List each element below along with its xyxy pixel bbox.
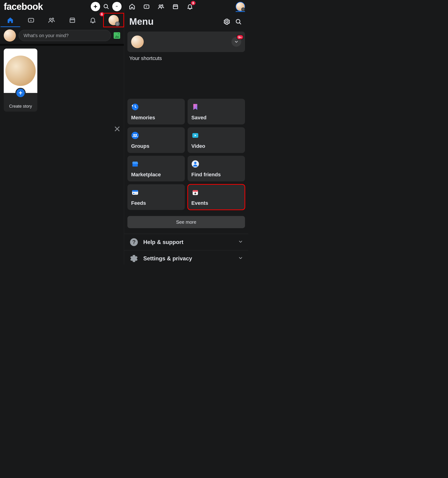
help-support-row[interactable]: ? Help & support bbox=[124, 234, 248, 250]
profile-avatar bbox=[131, 36, 144, 48]
svg-rect-19 bbox=[135, 193, 137, 193]
tab-home[interactable] bbox=[0, 13, 21, 27]
logo[interactable]: facebook bbox=[4, 1, 89, 12]
tab-friends[interactable] bbox=[41, 13, 62, 27]
svg-point-4 bbox=[52, 18, 54, 19]
nav-profile-menu[interactable] bbox=[236, 2, 245, 11]
svg-rect-17 bbox=[132, 190, 138, 192]
menu-item-label: Video bbox=[191, 143, 241, 149]
svg-point-10 bbox=[131, 132, 139, 139]
left-header: facebook bbox=[0, 0, 124, 13]
profile-badge: 9+ bbox=[236, 35, 244, 40]
svg-point-6 bbox=[159, 5, 161, 6]
svg-point-12 bbox=[135, 134, 137, 136]
gear-icon bbox=[129, 254, 139, 263]
svg-rect-20 bbox=[135, 194, 137, 194]
messenger-button[interactable] bbox=[112, 2, 122, 11]
composer-input[interactable]: What's on your mind? bbox=[19, 30, 111, 41]
avatar-icon bbox=[109, 15, 119, 25]
groups-icon bbox=[131, 132, 139, 139]
menu-item-label: Memories bbox=[131, 115, 181, 121]
menu-item-label: Feeds bbox=[131, 200, 181, 206]
tab-marketplace[interactable] bbox=[62, 13, 83, 27]
menu-item-feeds[interactable]: Feeds bbox=[127, 184, 185, 210]
nav-friends[interactable] bbox=[156, 2, 166, 11]
menu-item-events[interactable]: Events bbox=[188, 184, 245, 210]
settings-privacy-label: Settings & privacy bbox=[143, 255, 233, 262]
active-tab-indicator bbox=[236, 11, 245, 12]
search-icon[interactable] bbox=[234, 17, 243, 26]
menu-grid: Memories Saved Groups Video Marketplace bbox=[124, 99, 248, 210]
svg-point-11 bbox=[133, 134, 135, 136]
create-story-card[interactable]: + Create story bbox=[4, 49, 37, 112]
feeds-icon bbox=[131, 189, 139, 196]
shortcuts-heading: Your shortcuts bbox=[124, 54, 248, 61]
menu-item-find-friends[interactable]: Find friends bbox=[188, 156, 245, 182]
tab-video[interactable] bbox=[21, 13, 42, 27]
svg-text:?: ? bbox=[132, 239, 135, 245]
menu-item-memories[interactable]: Memories bbox=[127, 99, 185, 125]
svg-point-7 bbox=[161, 5, 163, 6]
find-friends-icon bbox=[191, 160, 199, 168]
settings-privacy-row[interactable]: Settings & privacy bbox=[124, 250, 248, 265]
events-icon bbox=[191, 189, 199, 196]
profile-card[interactable]: 9+ bbox=[127, 31, 245, 52]
help-support-label: Help & support bbox=[143, 239, 233, 245]
left-screenshot: facebook 6 What's bbox=[0, 0, 124, 265]
create-story-label: Create story bbox=[4, 104, 37, 109]
memories-icon bbox=[131, 103, 139, 111]
settings-icon[interactable] bbox=[222, 17, 232, 26]
chevron-down-icon bbox=[238, 239, 243, 245]
right-header: 6 bbox=[124, 0, 248, 13]
notification-badge: 6 bbox=[190, 0, 196, 6]
nav-home[interactable] bbox=[127, 2, 137, 11]
nav-marketplace[interactable] bbox=[171, 2, 180, 11]
right-screenshot: 6 Menu 9+ Your shortcuts Memories bbox=[124, 0, 248, 265]
menu-item-label: Groups bbox=[131, 143, 181, 149]
svg-point-15 bbox=[194, 162, 196, 164]
composer-avatar[interactable] bbox=[4, 29, 16, 42]
plus-icon: + bbox=[15, 88, 26, 98]
avatar-icon bbox=[236, 2, 245, 11]
tab-notifications[interactable]: 6 bbox=[83, 13, 103, 27]
composer: What's on your mind? bbox=[0, 27, 124, 46]
video-icon bbox=[191, 132, 199, 139]
menu-item-label: Find friends bbox=[191, 172, 241, 178]
menu-item-groups[interactable]: Groups bbox=[127, 127, 185, 153]
svg-rect-22 bbox=[193, 190, 198, 192]
menu-title: Menu bbox=[129, 16, 220, 27]
menu-item-label: Marketplace bbox=[131, 172, 181, 178]
tab-profile-menu[interactable] bbox=[103, 13, 124, 27]
photo-icon[interactable] bbox=[114, 32, 120, 39]
chevron-down-icon bbox=[238, 255, 243, 262]
story-image bbox=[4, 49, 37, 93]
help-icon: ? bbox=[129, 238, 139, 247]
menu-item-marketplace[interactable]: Marketplace bbox=[127, 156, 185, 182]
left-tabs: 6 bbox=[0, 13, 124, 27]
create-button[interactable] bbox=[91, 2, 100, 11]
svg-point-18 bbox=[133, 193, 135, 194]
svg-point-3 bbox=[49, 18, 51, 20]
search-button[interactable] bbox=[102, 2, 111, 11]
menu-item-video[interactable]: Video bbox=[188, 127, 245, 153]
see-more-button[interactable]: See more bbox=[127, 216, 245, 228]
menu-title-row: Menu bbox=[124, 13, 248, 28]
stories-row: + Create story bbox=[0, 46, 124, 114]
marketplace-icon bbox=[131, 160, 139, 168]
menu-item-saved[interactable]: Saved bbox=[188, 99, 245, 125]
profile-switcher[interactable]: 9+ bbox=[232, 37, 241, 47]
menu-item-label: Events bbox=[191, 200, 241, 206]
nav-notifications[interactable]: 6 bbox=[185, 2, 195, 11]
shortcuts-area bbox=[124, 61, 248, 99]
saved-icon bbox=[191, 103, 199, 111]
nav-video[interactable] bbox=[142, 2, 151, 11]
menu-item-label: Saved bbox=[191, 115, 241, 121]
close-icon[interactable]: ✕ bbox=[114, 124, 121, 134]
